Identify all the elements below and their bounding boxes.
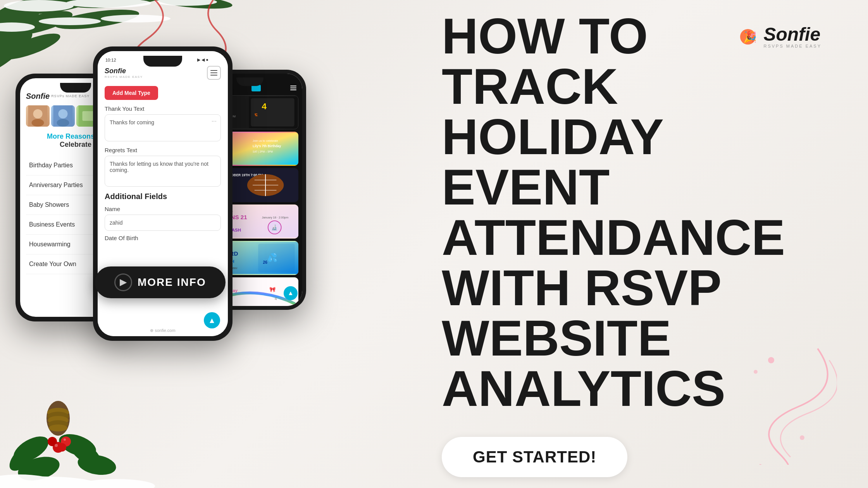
sonfie-url: ⊕ sonfie.com (98, 328, 228, 333)
more-reasons-highlight: More Reasons (47, 132, 95, 140)
menu-item-housewarming-label: Housewarming (29, 241, 71, 248)
phone-left-notch (60, 83, 91, 93)
thank-you-textarea[interactable]: ··· Thanks for coming (105, 114, 221, 141)
svg-text:26: 26 (263, 260, 267, 265)
menu-item-anniversary-label: Anniversary Parties (29, 182, 83, 189)
brand-name-text: Sonfie (763, 25, 822, 44)
logo-text-left: Sonfie (26, 92, 50, 101)
additional-fields-title: Additional Fields (105, 192, 221, 201)
svg-text:🏗: 🏗 (255, 113, 258, 117)
get-started-button[interactable]: GET STARTED! (442, 437, 627, 477)
right-section: 🎉 Sonfie RSVPS MADE EASY HOW TO TRACK HO… (364, 0, 868, 488)
heading-line2: EVENT ATTENDANCE (442, 162, 810, 263)
heading-line4: ANALYTICS (442, 363, 810, 414)
textarea-dots: ··· (212, 118, 217, 125)
svg-text:4: 4 (262, 101, 267, 111)
phone-center-notch (143, 56, 182, 67)
menu-item-business-label: Business Events (29, 221, 75, 228)
thank-you-text: Thanks for coming (110, 119, 216, 125)
svg-text:Join us to celebrate: Join us to celebrate (253, 139, 278, 143)
svg-point-40 (59, 109, 68, 119)
heading-line3: WITH RSVP WEBSITE (442, 263, 810, 363)
hamburger-right-line-1 (290, 86, 296, 86)
more-info-circle-icon: ▶ (114, 273, 132, 291)
hamburger-menu[interactable] (207, 66, 221, 80)
regrets-label: Regrets Text (105, 147, 221, 153)
logo-tagline-left: RSVPs MADE EASY (51, 95, 90, 98)
status-time: 10:12 (105, 58, 116, 62)
photo-thumb-2 (51, 105, 75, 127)
hamburger-line-2 (210, 72, 217, 73)
sonfie-center-brand: Sonfie RSVPs MADE EASY (105, 67, 143, 79)
menu-item-createown-label: Create Your Own (29, 261, 76, 268)
hamburger-right-line-3 (290, 89, 296, 90)
svg-text:4: 4 (275, 297, 277, 301)
svg-text:🎉: 🎉 (743, 31, 757, 43)
svg-point-38 (32, 119, 44, 127)
add-meal-btn[interactable]: Add Meal Type (105, 86, 158, 100)
more-reasons-celebrate: Celebrate (60, 141, 91, 148)
brand-name-right: Sonfie RSVPS MADE EASY (763, 25, 822, 48)
sonfie-logo-center: Sonfie (105, 67, 143, 75)
brand-logo-container: 🎉 Sonfie RSVPS MADE EASY (736, 23, 822, 50)
brand-icon: 🎉 (736, 23, 760, 50)
svg-text:🎀: 🎀 (269, 286, 276, 293)
menu-item-babyshower-label: Baby Showers (29, 201, 69, 208)
hamburger-line-3 (210, 75, 217, 76)
sonfie-tagline-center: RSVPs MADE EASY (105, 75, 143, 79)
phones-container: Sonfie RSVPs MADE EASY (16, 23, 345, 449)
thank-you-label: Thank You Text (105, 105, 221, 112)
scroll-up-right[interactable]: ▲ (284, 286, 298, 300)
svg-text:Lily's 7th Birthday: Lily's 7th Birthday (253, 144, 281, 148)
regrets-text: Thanks for letting us know that you're n… (110, 161, 216, 173)
svg-rect-43 (83, 111, 94, 121)
date-of-birth-label: Date Of Birth (105, 235, 221, 241)
brand-tagline-text: RSVPS MADE EASY (763, 44, 822, 48)
svg-point-37 (33, 109, 43, 119)
sonfie-logo-top-right: 🎉 Sonfie RSVPS MADE EASY (736, 23, 822, 50)
svg-rect-85 (258, 244, 294, 272)
name-input[interactable]: zahid (105, 215, 221, 231)
main-heading: HOW TO TRACK HOLIDAY EVENT ATTENDANCE WI… (442, 11, 810, 414)
menu-item-birthday-label: Birthday Parties (29, 162, 73, 169)
status-icons: ▶ ◀ ● (197, 57, 208, 62)
scroll-up-button[interactable]: ▲ (204, 312, 220, 328)
photo-thumb-1 (26, 105, 50, 127)
hamburger-right-line-2 (290, 88, 296, 88)
center-header: Sonfie RSVPs MADE EASY (105, 66, 221, 80)
regrets-textarea[interactable]: Thanks for letting us know that you're n… (105, 156, 221, 187)
hamburger-right[interactable] (290, 86, 296, 90)
svg-text:January 18 · 2:00pm: January 18 · 2:00pm (262, 216, 289, 219)
phone-right-notch (236, 77, 264, 86)
more-info-button[interactable]: ▶ MORE INFO (95, 266, 226, 298)
hamburger-line-1 (210, 70, 217, 71)
svg-rect-52 (251, 98, 294, 127)
more-info-label: MORE INFO (138, 276, 206, 289)
svg-point-41 (57, 119, 69, 127)
svg-text:SAT | 2PM – 5PM: SAT | 2PM – 5PM (253, 150, 273, 153)
svg-text:🔬: 🔬 (271, 224, 278, 231)
name-label: Name (105, 206, 221, 212)
